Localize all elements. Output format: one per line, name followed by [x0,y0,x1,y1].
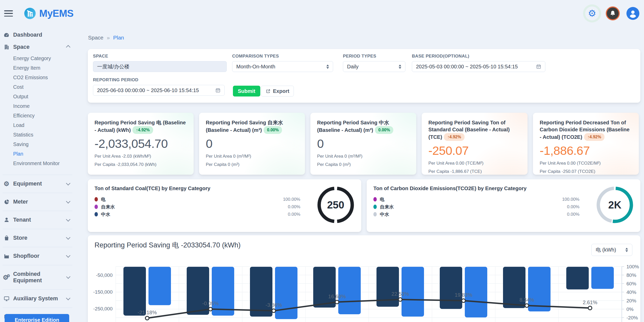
brand[interactable]: MyEMS [24,7,74,20]
svg-text:20%: 20% [626,298,636,303]
stat-per-unit-area: Per Unit Area 0.00 (TCO2E/M²) [540,161,632,166]
legend-label: 电 [101,196,106,203]
sidebar-item-label: Dashboard [13,32,42,38]
submit-button[interactable]: Submit [233,86,260,96]
stat-card-title: Reporting Period Saving Ton of Standard … [428,119,521,141]
stat-card-title: Reporting Period Saving 电 (Baseline - Ac… [95,119,187,134]
legend-item-[interactable]: 中水0.00% [95,211,300,218]
stat-badge: ↑4.92% [444,133,464,141]
sidebar-subitem-output[interactable]: Output [0,92,75,101]
chevron-down-icon [66,217,70,221]
legend-item-[interactable]: 电100.00% [373,196,579,203]
stat-value: -250.07 [428,143,521,158]
stat-badge: 0.00% [264,126,282,134]
sidebar-divider [3,229,72,229]
svg-text:19.83%: 19.83% [455,292,472,298]
legend-percent: 100.00% [562,197,579,202]
user-menu-button[interactable] [626,7,639,20]
breadcrumb-space-link[interactable]: Space [88,35,104,41]
sidebar-subitem-saving[interactable]: Saving [0,140,75,149]
notifications-button[interactable] [606,6,620,20]
base-period-label: BASE PERIOD(OPTIONAL) [412,54,545,59]
svg-text:22.53%: 22.53% [391,291,409,297]
svg-text:-20%: -20% [626,315,638,320]
legend-item-[interactable]: 中水0.00% [373,211,579,218]
legend-item-left: 电 [95,196,106,203]
svg-text:-0.05%: -0.05% [202,301,219,306]
chart-title: Reporting Period Saving 电 -2033054.70 (k… [95,240,241,250]
sidebar-item-equipment[interactable]: ⚙Equipment [0,178,75,190]
stat-card-2: Reporting Period Saving 自来水 (Baseline - … [199,113,305,175]
unit-select[interactable]: 电 (kWh) [591,244,632,256]
monitor-icon [3,296,10,302]
sidebar-item-space[interactable]: Space [0,41,75,53]
sidebar-subitem-cost[interactable]: Cost [0,82,75,92]
sidebar-subitem-income[interactable]: Income [0,101,75,111]
legend-dot-icon [95,205,98,209]
gauge-icon [3,32,10,38]
sidebar-item-dashboard[interactable]: Dashboard [0,29,75,41]
base-period-input[interactable]: 2025-05-03 00:00:00 ~ 2025-05-10 15:54:1… [412,61,545,72]
stat-card-title: Reporting Period Decreased Ton of Carbon… [540,119,632,141]
sidebar-item-store[interactable]: Store [0,232,75,244]
sidebar-item-label: Tenant [13,217,31,223]
chevron-down-icon [66,296,70,300]
filter-panel: SPACE 一度城/办公楼 COMPARISON TYPES Month-On-… [88,49,640,103]
settings-button[interactable]: ⚙ [585,6,599,20]
myems-logo-icon [24,7,36,20]
legend-percent: 0.00% [288,204,300,210]
legend-dot-icon [95,212,98,216]
breadcrumb-separator: » [107,35,110,41]
stat-value: -2,033,054.70 [95,136,187,151]
donut-chart: 2K [595,186,634,224]
enterprise-edition-button[interactable]: Enterprise Edition [5,314,69,322]
sidebar-item-tenant[interactable]: Tenant [0,214,75,226]
donut-card-1: Ton of Standard Coal(TCE) by Energy Cate… [88,179,361,232]
sidebar-subitem-energy-category[interactable]: Energy Category [0,54,75,63]
space-input[interactable]: 一度城/办公楼 [93,61,227,72]
sidebar-toggle-button[interactable] [4,10,13,17]
svg-text:2.61%: 2.61% [583,300,598,305]
reporting-period-input[interactable]: 2025-06-03 00:00:00 ~ 2025-06-10 15:54:1… [93,85,225,96]
stat-per-unit-area: Per Unit Area -2.03 (kWh/M²) [95,154,187,159]
export-button[interactable]: Export [261,86,294,96]
sidebar-item-shopfloor[interactable]: Shopfloor [0,250,75,262]
select-caret-icon [399,65,401,69]
gear-icon: ⚙ [3,181,10,187]
stat-card-1: Reporting Period Saving 电 (Baseline - Ac… [88,113,194,175]
sidebar-subitem-co2-emissions[interactable]: CO2 Emissions [0,73,75,82]
legend-label: 中水 [101,211,110,218]
comparison-type-select[interactable]: Month-On-Month [232,61,333,72]
sidebar-subitem-statistics[interactable]: Statistics [0,130,75,140]
sidebar-subitem-efficiency[interactable]: Efficiency [0,111,75,120]
sidebar-divider [3,289,72,290]
sidebar-item-auxiliary-system[interactable]: Auxiliary System [0,293,75,305]
legend-item-[interactable]: 自来水0.00% [373,203,579,211]
sidebar-item-combined-equipment[interactable]: ⚙⚙Combined Equipment [0,268,75,287]
avatar-icon [628,7,638,20]
svg-text:80%: 80% [626,272,636,278]
sidebar-subitem-load[interactable]: Load [0,120,75,130]
legend-label: 自来水 [380,204,394,210]
breadcrumb-plan-link[interactable]: Plan [113,35,124,41]
svg-text:8.34%: 8.34% [520,297,534,303]
period-type-select[interactable]: Daily [343,61,405,72]
sidebar-subitem-plan[interactable]: Plan [0,149,75,159]
legend-item-left: 中水 [95,211,110,218]
legend-item-[interactable]: 电100.00% [95,196,300,203]
legend-item-[interactable]: 自来水0.00% [95,203,300,211]
legend-item-left: 自来水 [95,204,115,210]
sidebar-divider [3,308,72,308]
sidebar-item-meter[interactable]: Meter [0,196,75,208]
stat-card-5: Reporting Period Decreased Ton of Carbon… [533,113,639,175]
sidebar-subitem-environment-monitor[interactable]: Environment Monitor [0,159,75,168]
space-label: SPACE [93,54,227,59]
stat-per-unit-area: Per Unit Area 0.00 (TCE/M²) [428,161,521,166]
sidebar-subitem-energy-item[interactable]: Energy Item [0,63,75,73]
donut-legend: 电100.00%自来水0.00%中水0.00% [95,196,300,218]
chevron-down-icon [66,275,70,279]
legend-label: 电 [380,196,384,203]
svg-text:16.60%: 16.60% [328,294,346,299]
chevron-down-icon [66,253,70,257]
saving-chart-card: Reporting Period Saving 电 -2033054.70 (k… [88,235,640,322]
